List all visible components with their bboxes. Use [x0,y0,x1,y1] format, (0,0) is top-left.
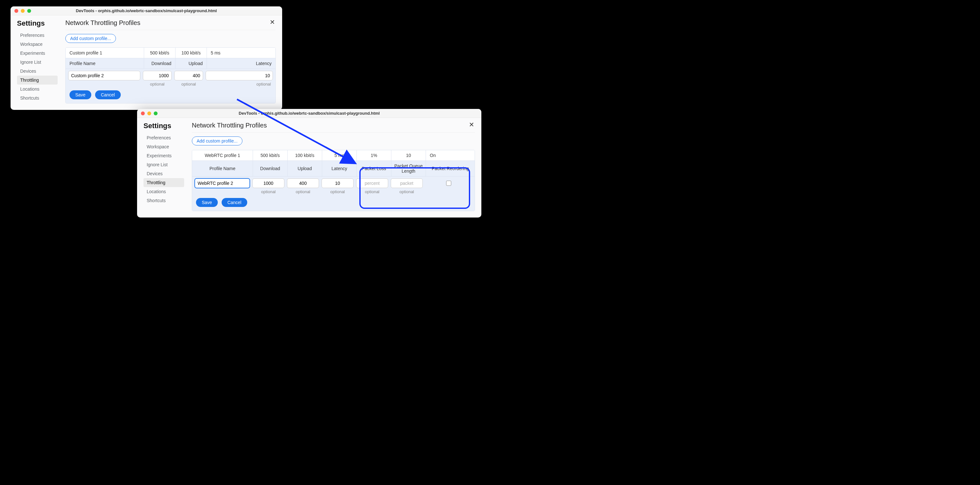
sidebar-item-ignore-list[interactable]: Ignore List [17,58,58,67]
add-custom-profile-button[interactable]: Add custom profile... [192,137,242,145]
close-window-icon[interactable] [14,9,18,13]
profiles-table: Custom profile 1 500 kbit/s 100 kbit/s 5… [65,48,276,103]
download-cell: 500 kbit/s [253,150,288,161]
sidebar-item-devices[interactable]: Devices [143,169,184,178]
sidebar-item-throttling[interactable]: Throttling [17,76,58,84]
col-packet-queue: Packet Queue Length [391,161,426,176]
latency-hint: optional [205,82,273,86]
panel-title: Network Throttling Profiles [192,122,475,133]
sidebar-item-shortcuts[interactable]: Shortcuts [143,196,184,205]
close-icon: ✕ [270,18,275,26]
sidebar-item-workspace[interactable]: Workspace [17,40,58,49]
column-headers: Profile Name Download Upload Latency Pac… [192,161,475,177]
close-panel-button[interactable]: ✕ [468,121,475,128]
col-latency: Latency [322,161,357,176]
download-input[interactable] [252,178,285,188]
column-headers: Profile Name Download Upload Latency [66,58,275,69]
packet-loss-input[interactable] [356,178,388,188]
packet-queue-hint: optional [391,189,423,194]
packet-loss-cell: 1% [357,150,391,161]
devtools-window-new: DevTools - orphis.github.io/webrtc-sandb… [137,109,481,218]
col-latency: Latency [207,58,275,68]
upload-input[interactable] [174,71,203,80]
packet-queue-cell: 10 [391,150,426,161]
sidebar-item-ignore-list[interactable]: Ignore List [143,160,184,169]
upload-hint: optional [174,82,203,86]
col-upload: Upload [288,161,322,176]
sidebar-item-locations[interactable]: Locations [143,187,184,196]
upload-cell: 100 kbit/s [288,150,322,161]
latency-input[interactable] [205,71,273,80]
sidebar-item-preferences[interactable]: Preferences [143,133,184,142]
close-icon: ✕ [469,121,474,129]
window-title: DevTools - orphis.github.io/webrtc-sandb… [11,8,282,13]
col-download: Download [144,58,175,68]
packet-reorder-cell: On [426,150,475,161]
latency-cell: 5 ms [207,48,275,58]
packet-reorder-checkbox[interactable] [446,181,451,186]
col-profile-name: Profile Name [192,161,253,176]
settings-heading: Settings [143,122,184,130]
settings-sidebar: Settings PreferencesWorkspaceExperiments… [143,122,187,211]
minimize-window-icon[interactable] [21,9,25,13]
traffic-lights [137,111,158,115]
upload-cell: 100 kbit/s [175,48,207,58]
settings-sidebar: Settings PreferencesWorkspaceExperiments… [17,19,60,103]
save-button[interactable]: Save [196,198,218,207]
window-title: DevTools - orphis.github.io/webrtc-sandb… [137,111,481,116]
download-input[interactable] [143,71,172,80]
profile-row[interactable]: WebRTC profile 1 500 kbit/s 100 kbit/s 5… [192,150,475,161]
close-panel-button[interactable]: ✕ [269,19,276,25]
cancel-button[interactable]: Cancel [95,90,121,99]
latency-hint: optional [321,189,353,194]
col-packet-reorder: Packet Reordering [426,161,475,176]
zoom-window-icon[interactable] [27,9,31,13]
close-window-icon[interactable] [141,111,145,115]
titlebar: DevTools - orphis.github.io/webrtc-sandb… [137,109,481,118]
titlebar: DevTools - orphis.github.io/webrtc-sandb… [11,6,282,15]
download-hint: optional [143,82,172,86]
packet-loss-hint: optional [356,189,388,194]
profile-name-input[interactable] [195,178,250,188]
save-button[interactable]: Save [70,90,91,99]
upload-input[interactable] [287,178,319,188]
panel-title: Network Throttling Profiles [65,19,276,30]
sidebar-item-experiments[interactable]: Experiments [17,49,58,58]
latency-cell: 5 ms [322,150,357,161]
minimize-window-icon[interactable] [147,111,151,115]
profile-row[interactable]: Custom profile 1 500 kbit/s 100 kbit/s 5… [66,48,275,58]
download-hint: optional [252,189,285,194]
sidebar-item-locations[interactable]: Locations [17,84,58,94]
cancel-button[interactable]: Cancel [222,198,247,207]
upload-hint: optional [287,189,319,194]
col-download: Download [253,161,288,176]
edit-profile-section: optional optional optional Save Cancel [66,69,275,103]
col-profile-name: Profile Name [66,58,144,68]
download-cell: 500 kbit/s [144,48,175,58]
devtools-window-old: DevTools - orphis.github.io/webrtc-sandb… [11,6,282,110]
packet-queue-input[interactable] [391,178,423,188]
sidebar-item-devices[interactable]: Devices [17,67,58,76]
col-packet-loss: Packet Loss [357,161,391,176]
profile-name-cell: WebRTC profile 1 [192,150,253,161]
sidebar-item-preferences[interactable]: Preferences [17,31,58,40]
profiles-table: WebRTC profile 1 500 kbit/s 100 kbit/s 5… [192,150,475,211]
sidebar-item-experiments[interactable]: Experiments [143,151,184,160]
sidebar-item-throttling[interactable]: Throttling [143,178,184,187]
traffic-lights [11,9,31,13]
add-custom-profile-button[interactable]: Add custom profile... [65,34,116,43]
zoom-window-icon[interactable] [154,111,158,115]
profile-name-cell: Custom profile 1 [66,48,144,58]
profile-name-input[interactable] [68,71,140,80]
settings-heading: Settings [17,19,58,27]
latency-input[interactable] [321,178,353,188]
col-upload: Upload [175,58,207,68]
sidebar-item-shortcuts[interactable]: Shortcuts [17,94,58,102]
sidebar-item-workspace[interactable]: Workspace [143,142,184,151]
edit-profile-section: optional optional optional optional opti… [192,177,475,211]
